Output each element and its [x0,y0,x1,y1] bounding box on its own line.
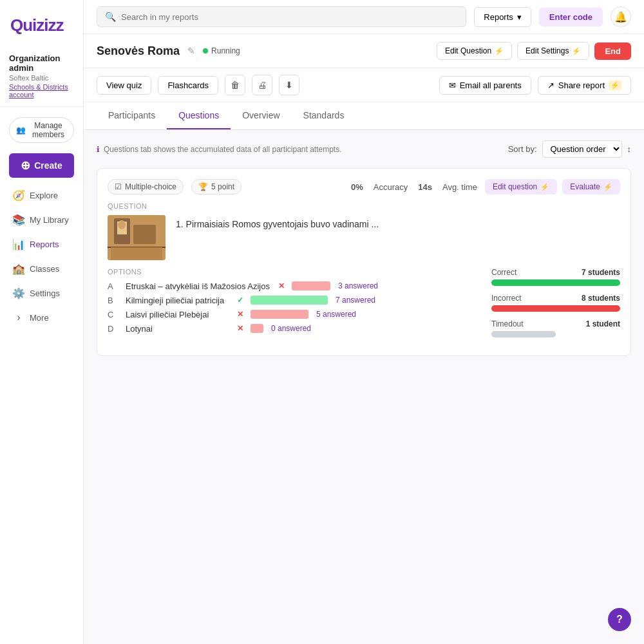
enter-code-button[interactable]: Enter code [539,8,603,26]
answered-count-d: 0 answered [271,324,311,333]
manage-label: Manage members [30,121,67,139]
notification-button[interactable]: 🔔 [611,6,631,27]
download-button[interactable]: ⬇ [279,75,299,95]
edit-title-icon[interactable]: ✎ [187,46,195,56]
correct-bar [491,279,620,286]
help-button[interactable]: ? [608,608,631,631]
question-image [108,215,166,260]
view-quiz-button[interactable]: View quiz [97,76,151,95]
running-dot [203,48,208,53]
sidebar-item-more[interactable]: › More [4,306,79,329]
evaluate-button[interactable]: Evaluate ⚡ [562,179,620,194]
lightning-icon-1: ⚡ [495,47,504,55]
question-type-label: Multiple-choice [125,182,176,191]
question-number: 1. [176,218,184,231]
edit-q-lightning: ⚡ [540,183,549,191]
manage-members-button[interactable]: 👥 Manage members [9,117,74,143]
sidebar-item-reports[interactable]: 📊 Reports [4,232,79,256]
share-report-button[interactable]: ↗ Share report ⚡ [538,76,631,95]
incorrect-stat-label: Incorrect 8 students [491,294,620,303]
option-bar-a [292,281,330,290]
logo: Quizizz [0,10,83,48]
library-icon: 📚 [13,214,24,225]
settings-icon: ⚙️ [13,287,24,299]
delete-button[interactable]: 🗑 [225,75,245,95]
options-column: Options A Etruskai – atvykėliai iš Mažos… [108,268,481,345]
option-letter-a: A [108,281,119,291]
option-letter-b: B [108,296,119,305]
running-badge: Running [203,46,240,55]
end-button[interactable]: End [594,43,631,60]
sidebar-item-my-library[interactable]: 📚 My Library [4,208,79,231]
question-text: 1. Pirmaisiais Romos gyventojais buvo va… [176,215,379,260]
edit-q-label: Edit question [493,182,537,191]
accuracy-section: 0% Accuracy 14s Avg. time [351,182,477,192]
sidebar-item-library-label: My Library [30,215,69,225]
points-label: 5 point [211,182,234,191]
sidebar-item-settings[interactable]: ⚙️ Settings [4,281,79,305]
sort-order-icon[interactable]: ↕ [627,144,632,154]
user-info: Organization admin Softex Baltic Schools… [0,48,83,107]
edit-settings-button[interactable]: Edit Settings ⚡ [517,42,589,60]
option-bar-c [251,310,308,319]
incorrect-stat: Incorrect 8 students [491,294,620,312]
print-icon: 🖨 [258,80,267,90]
topbar: 🔍 Reports ▾ Enter code 🔔 [84,0,644,34]
correct-label: Correct [491,268,516,277]
chevron-down-icon: ▾ [517,12,522,22]
share-lightning-icon: ⚡ [609,80,621,90]
incorrect-bar [491,305,620,312]
edit-question-button[interactable]: Edit Question ⚡ [437,42,512,60]
download-icon: ⬇ [285,80,293,90]
user-link[interactable]: Schools & Districts account [9,83,74,99]
tab-participants[interactable]: Participants [97,102,167,129]
create-button[interactable]: ⊕ Create [9,153,74,178]
sidebar-item-explore[interactable]: 🧭 Explore [4,184,79,207]
email-parents-button[interactable]: ✉ Email all parents [439,76,531,95]
x-icon-c: ✕ [237,310,243,319]
tab-standards[interactable]: Standards [292,102,356,129]
timeout-label: Timedout [491,319,524,328]
points-icon: 🏆 [198,182,208,191]
tab-questions[interactable]: Questions [167,102,231,129]
option-bar-wrap-a: ✕ 3 answered [276,281,481,291]
email-parents-label: Email all parents [460,80,522,90]
question-card: ☑ Multiple-choice 🏆 5 point 0% Accuracy … [97,168,631,356]
question-image-svg [108,215,166,260]
svg-rect-4 [133,225,156,244]
flashcards-button[interactable]: Flashcards [158,76,218,95]
trash-icon: 🗑 [231,80,240,90]
user-name: Organization admin [9,53,74,73]
edit-question-label: Edit Question [445,46,491,55]
avg-time-label: Avg. time [442,182,477,192]
header-actions: Edit Question ⚡ Edit Settings ⚡ End [437,42,631,60]
question-meta: ☑ Multiple-choice 🏆 5 point 0% Accuracy … [108,179,620,194]
sidebar-item-reports-label: Reports [30,240,59,249]
edit-question-card-button[interactable]: Edit question ⚡ [485,179,557,194]
multiple-choice-icon: ☑ [115,182,122,191]
sidebar-item-classes[interactable]: 🏫 Classes [4,257,79,280]
print-button[interactable]: 🖨 [252,75,272,95]
tab-overview[interactable]: Overview [231,102,291,129]
user-org: Softex Baltic [9,74,74,82]
list-item: C Laisvi piliečiai Plebėjai ✕ 5 answered [108,309,481,319]
x-icon-d: ✕ [237,324,243,333]
accuracy-label: Accuracy [374,182,408,192]
question-type-badge: ☑ Multiple-choice [108,179,184,194]
option-bar-d [251,324,263,333]
search-input[interactable] [121,12,458,22]
sidebar-item-explore-label: Explore [30,191,58,200]
option-letter-c: C [108,310,119,319]
check-icon-b: ✓ [237,296,243,305]
sort-select[interactable]: Question order [542,140,622,158]
reports-icon: 📊 [13,238,24,250]
content-area: View quiz Flashcards 🗑 🖨 ⬇ ✉ Email all [84,68,644,644]
classes-icon: 🏫 [13,263,24,274]
bell-icon: 🔔 [614,11,627,23]
reports-btn-label: Reports [484,12,513,22]
avg-time-value: 14s [418,182,432,192]
correct-count: 7 students [582,268,620,277]
view-quiz-label: View quiz [106,80,142,90]
reports-dropdown-button[interactable]: Reports ▾ [474,7,531,27]
quiz-toolbar: View quiz Flashcards 🗑 🖨 ⬇ ✉ Email all [84,68,644,102]
